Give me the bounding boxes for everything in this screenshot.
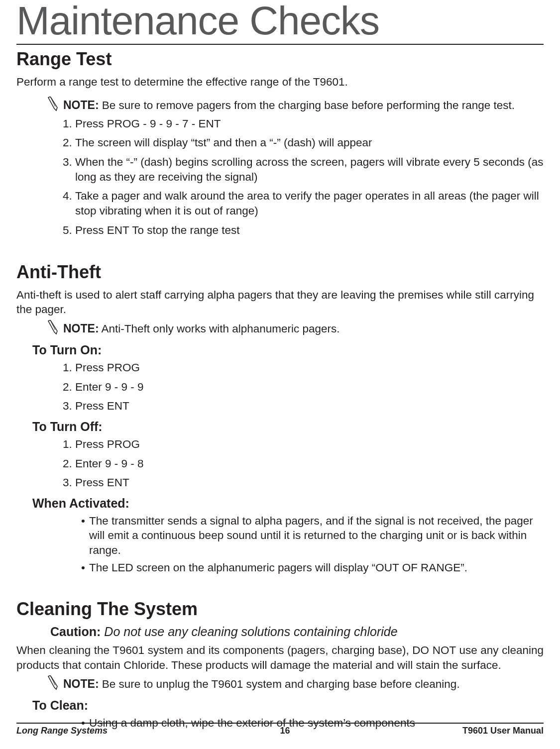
range-test-heading: Range Test bbox=[16, 49, 544, 70]
pencil-icon bbox=[45, 675, 58, 692]
turn-off-heading: To Turn Off: bbox=[32, 420, 544, 434]
cleaning-note: NOTE: Be sure to unplug the T9601 system… bbox=[45, 677, 544, 692]
footer-right: T9601 User Manual bbox=[462, 726, 544, 736]
range-test-intro: Perform a range test to determine the ef… bbox=[16, 75, 544, 90]
range-test-steps: Press PROG - 9 - 9 - 7 - ENT The screen … bbox=[16, 116, 544, 238]
pencil-icon bbox=[45, 320, 58, 337]
when-activated-heading: When Activated: bbox=[32, 496, 544, 511]
page-footer: Long Range Systems 16 T9601 User Manual bbox=[16, 723, 544, 736]
anti-theft-heading: Anti-Theft bbox=[16, 262, 544, 283]
to-clean-heading: To Clean: bbox=[32, 698, 544, 713]
title-rule bbox=[16, 44, 544, 45]
page-title: Maintenance Checks bbox=[16, 0, 544, 41]
list-item: Press ENT bbox=[75, 399, 544, 414]
note-label: NOTE: bbox=[63, 99, 99, 111]
anti-theft-note: NOTE: Anti-Theft only works with alphanu… bbox=[45, 322, 544, 337]
note-label: NOTE: bbox=[63, 322, 99, 335]
when-activated-bullets: The transmitter sends a signal to alpha … bbox=[16, 514, 544, 575]
footer-page-number: 16 bbox=[280, 726, 290, 736]
list-item: The transmitter sends a signal to alpha … bbox=[81, 514, 544, 557]
list-item: Enter 9 - 9 - 9 bbox=[75, 380, 544, 395]
turn-on-heading: To Turn On: bbox=[32, 343, 544, 357]
list-item: Press PROG - 9 - 9 - 7 - ENT bbox=[75, 116, 544, 131]
note-text: NOTE: Anti-Theft only works with alphanu… bbox=[63, 322, 340, 335]
caution-text: Do not use any cleaning solutions contai… bbox=[101, 625, 397, 639]
pencil-icon bbox=[45, 97, 58, 113]
list-item: Enter 9 - 9 - 8 bbox=[75, 456, 544, 471]
list-item: The screen will display “tst” and then a… bbox=[75, 135, 544, 150]
list-item: The LED screen on the alphanumeric pager… bbox=[81, 560, 544, 575]
list-item: Press PROG bbox=[75, 360, 544, 375]
note-label: NOTE: bbox=[63, 677, 99, 690]
list-item: When the “-” (dash) begins scrolling acr… bbox=[75, 155, 544, 184]
turn-on-steps: Press PROG Enter 9 - 9 - 9 Press ENT bbox=[16, 360, 544, 414]
list-item: Press ENT bbox=[75, 475, 544, 490]
note-text: NOTE: Be sure to remove pagers from the … bbox=[63, 99, 515, 112]
list-item: Press ENT To stop the range test bbox=[75, 223, 544, 238]
cleaning-caution: Caution: Do not use any cleaning solutio… bbox=[50, 625, 544, 639]
note-text: NOTE: Be sure to unplug the T9601 system… bbox=[63, 677, 460, 691]
footer-rule bbox=[16, 723, 544, 724]
turn-off-steps: Press PROG Enter 9 - 9 - 8 Press ENT bbox=[16, 437, 544, 490]
list-item: Press PROG bbox=[75, 437, 544, 452]
list-item: Take a pager and walk around the area to… bbox=[75, 189, 544, 218]
range-test-note: NOTE: Be sure to remove pagers from the … bbox=[45, 99, 544, 113]
caution-label: Caution: bbox=[50, 625, 101, 639]
anti-theft-intro: Anti-theft is used to alert staff carryi… bbox=[16, 288, 544, 317]
cleaning-intro: When cleaning the T9601 system and its c… bbox=[16, 643, 544, 672]
cleaning-heading: Cleaning The System bbox=[16, 599, 544, 620]
footer-left: Long Range Systems bbox=[16, 726, 108, 736]
